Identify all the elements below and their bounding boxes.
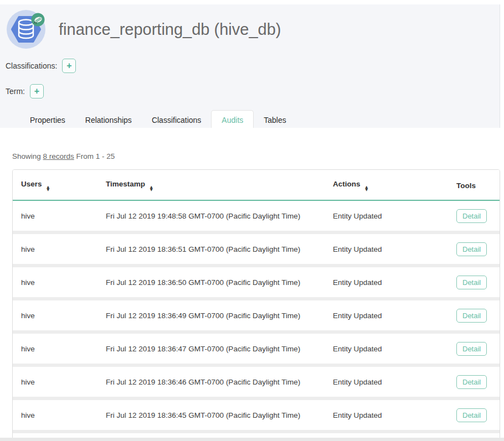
action-cell: Entity Updated [325,299,448,332]
detail-button[interactable]: Detail [456,342,487,356]
tools-cell: Detail [448,299,500,332]
column-header-tools: Tools [448,170,500,200]
timestamp-cell: Fri Jul 12 2019 18:36:51 GMT-0700 (Pacif… [97,232,325,266]
audit-table: Users ▲▼ Timestamp ▲▼ Actions ▲▼ Tools [12,169,500,441]
classifications-label: Classifications: [6,61,57,70]
tools-cell: Detail [448,232,500,266]
user-cell: hive [13,266,97,299]
classifications-row: Classifications: + [6,59,500,73]
tab-properties[interactable]: Properties [20,111,75,129]
timestamp-cell: Fri Jul 12 2019 19:48:58 GMT-0700 (Pacif… [97,200,325,232]
column-header-actions[interactable]: Actions ▲▼ [325,170,448,200]
sort-icon[interactable]: ▲▼ [365,186,368,191]
term-row: Term: + [6,84,500,98]
timestamp-cell: Fri Jul 12 2019 18:36:50 GMT-0700 (Pacif… [97,266,325,299]
detail-button[interactable]: Detail [456,209,487,223]
action-cell: Entity Updated [325,398,448,432]
timestamp-cell: Fri Jul 12 2019 18:36:45 GMT-0700 (Pacif… [97,398,325,432]
detail-button[interactable]: Detail [456,375,487,389]
user-cell: hive [13,299,97,332]
tools-cell: Detail [448,200,500,232]
page: finance_reporting_db (hive_db) Classific… [0,0,504,441]
detail-button[interactable]: Detail [456,276,487,289]
sort-icon[interactable]: ▲▼ [150,186,153,191]
action-cell: Entity Updated [325,365,448,398]
action-cell: Entity Updated [325,266,448,299]
tools-cell: Detail [448,332,500,365]
table-row: hive Fri Jul 12 2019 18:36:50 GMT-0700 (… [13,266,500,299]
timestamp-cell: Fri Jul 12 2019 18:36:49 GMT-0700 (Pacif… [97,299,325,332]
action-cell: Entity Updated [325,200,448,232]
user-cell: hive [13,365,97,398]
audits-tab-content: Showing 8 records From 1 - 25 Users ▲▼ T… [0,128,504,441]
term-label: Term: [6,87,25,96]
table-row: hive Fri Jul 12 2019 18:36:47 GMT-0700 (… [13,332,500,365]
table-row: hive Fri Jul 12 2019 18:36:46 GMT-0700 (… [13,365,500,398]
table-row: hive Fri Jul 12 2019 18:36:45 GMT-0700 (… [13,398,500,432]
user-cell: hive [13,332,97,365]
detail-button[interactable]: Detail [456,408,487,422]
timestamp-cell: Fri Jul 12 2019 18:36:46 GMT-0700 (Pacif… [97,365,325,398]
column-header-users[interactable]: Users ▲▼ [13,170,97,200]
user-cell: hive [13,200,97,232]
add-classification-button[interactable]: + [62,59,76,73]
entity-detail-tabs: Properties Relationships Classifications… [0,110,500,130]
detail-button[interactable]: Detail [456,242,487,256]
add-term-button[interactable]: + [30,84,44,98]
hive-database-icon [7,10,45,49]
table-row: hive Fri Jul 12 2019 19:48:58 GMT-0700 (… [13,200,500,232]
tools-cell: Detail [448,266,500,299]
records-summary: Showing 8 records From 1 - 25 [12,152,504,160]
user-cell: hive [13,398,97,432]
hive-badge-icon [32,13,45,27]
summary-prefix: Showing [12,152,43,160]
tab-relationships[interactable]: Relationships [75,111,142,129]
entity-header-section: finance_reporting_db (hive_db) Classific… [0,4,500,130]
user-cell: hive [13,232,97,266]
bottom-edge-divider [0,438,504,441]
records-count-link[interactable]: 8 records [43,152,74,160]
action-cell: Entity Updated [325,232,448,266]
detail-button[interactable]: Detail [456,309,487,323]
audit-table-header-row: Users ▲▼ Timestamp ▲▼ Actions ▲▼ Tools [13,170,500,200]
sort-icon[interactable]: ▲▼ [47,186,49,191]
tab-classifications[interactable]: Classifications [142,111,211,129]
action-cell: Entity Updated [325,332,448,365]
audit-table-body: hive Fri Jul 12 2019 19:48:58 GMT-0700 (… [13,200,500,441]
timestamp-cell: Fri Jul 12 2019 18:36:47 GMT-0700 (Pacif… [97,332,325,365]
table-row: hive Fri Jul 12 2019 18:36:49 GMT-0700 (… [13,299,500,332]
entity-header: finance_reporting_db (hive_db) [0,4,500,49]
tools-cell: Detail [448,365,500,398]
summary-suffix: From 1 - 25 [74,152,115,160]
page-title: finance_reporting_db (hive_db) [59,20,281,39]
tab-tables[interactable]: Tables [254,111,296,129]
tools-cell: Detail [448,398,500,432]
column-header-timestamp[interactable]: Timestamp ▲▼ [97,170,325,200]
table-row: hive Fri Jul 12 2019 18:36:51 GMT-0700 (… [13,232,500,266]
